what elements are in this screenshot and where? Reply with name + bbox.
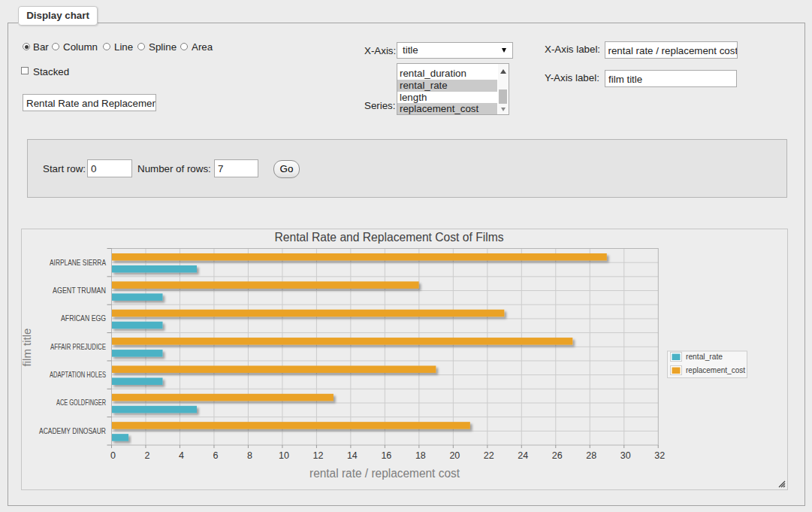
svg-text:ACE GOLDFINGER: ACE GOLDFINGER bbox=[56, 398, 106, 407]
svg-text:2: 2 bbox=[145, 450, 150, 461]
svg-text:0: 0 bbox=[110, 450, 116, 461]
svg-text:AFRICAN EGG: AFRICAN EGG bbox=[61, 314, 106, 323]
svg-text:14: 14 bbox=[347, 450, 358, 461]
svg-text:22: 22 bbox=[484, 450, 494, 461]
svg-text:20: 20 bbox=[449, 450, 460, 461]
svg-text:film title: film title bbox=[22, 329, 33, 367]
svg-text:AGENT TRUMAN: AGENT TRUMAN bbox=[53, 286, 106, 295]
svg-text:6: 6 bbox=[213, 450, 218, 461]
svg-text:16: 16 bbox=[381, 450, 391, 461]
svg-text:replacement_cost: replacement_cost bbox=[686, 365, 745, 374]
svg-text:AFFAIR PREJUDICE: AFFAIR PREJUDICE bbox=[50, 342, 106, 351]
svg-text:ADAPTATION HOLES: ADAPTATION HOLES bbox=[50, 370, 106, 379]
svg-text:rental_rate: rental_rate bbox=[686, 352, 723, 361]
svg-text:10: 10 bbox=[279, 450, 289, 461]
svg-text:rental rate / replacement cost: rental rate / replacement cost bbox=[309, 466, 460, 480]
svg-text:18: 18 bbox=[415, 450, 426, 461]
svg-text:12: 12 bbox=[312, 450, 323, 461]
svg-text:28: 28 bbox=[586, 450, 596, 461]
svg-text:4: 4 bbox=[179, 450, 184, 461]
svg-text:26: 26 bbox=[552, 450, 563, 461]
svg-text:30: 30 bbox=[620, 450, 631, 461]
svg-text:ACADEMY DINOSAUR: ACADEMY DINOSAUR bbox=[39, 426, 106, 435]
svg-text:8: 8 bbox=[247, 450, 252, 461]
svg-text:Rental Rate and Replacement Co: Rental Rate and Replacement Cost of Film… bbox=[275, 230, 504, 244]
svg-text:32: 32 bbox=[654, 450, 665, 461]
svg-text:24: 24 bbox=[518, 450, 528, 461]
svg-text:AIRPLANE SIERRA: AIRPLANE SIERRA bbox=[50, 258, 107, 267]
